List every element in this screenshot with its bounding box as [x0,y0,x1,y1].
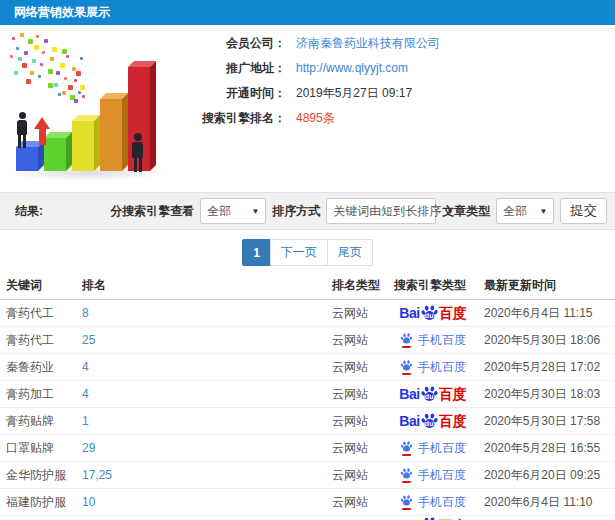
baidu-logo: Bai du 百度 [399,305,466,322]
rank-type-cell: 云网站 [332,386,382,403]
businessman-figure-right [132,133,143,172]
engine-cell: Bai du 百度 [382,516,484,520]
updated-cell: 2020年5月28日 16:55 [484,440,615,457]
updated-cell: 2020年5月30日 17:58 [484,413,615,430]
mobile-baidu-paw-icon [400,495,413,510]
engine-cell: 手机百度 [382,440,484,457]
page-button-current[interactable]: 1 [242,239,271,266]
updated-cell: 2020年6月4日 11:10 [484,494,615,511]
bar-orange [100,99,122,171]
updated-cell: 2020年6月20日 09:25 [484,467,615,484]
info-row: 搜索引擎排名： 4895条 [168,108,608,128]
table-row: 福建防护服 10 云网站 [0,489,615,516]
bar-blue [16,147,38,171]
info-row: 推广地址： http://www.qlyyjt.com [168,58,608,78]
mobile-baidu-paw-icon [400,333,413,348]
sort-label: 排序方式 [272,203,320,220]
caret-down-icon: ▼ [534,207,547,216]
table-body: 膏药代工 8 云网站 Bai du [0,300,615,520]
rank-link[interactable]: 29 [82,441,95,455]
keyword-cell: 福建防护服 [0,494,82,511]
sort-select[interactable]: 关键词由短到长排序 ▼ [326,198,436,224]
header-rank-type: 排名类型 [332,277,382,294]
info-label: 推广地址： [168,60,286,77]
header-rank: 排名 [82,277,332,294]
rank-link[interactable]: 10 [82,495,95,509]
sort-select-value: 关键词由短到长排序 [333,203,441,220]
result-label: 结果: [15,203,43,220]
page: 网络营销效果展示 [0,0,615,520]
filter-controls: 分搜索引擎查看 全部 ▼ 排序方式 关键词由短到长排序 ▼ 文章类型 全部 ▼ … [110,198,607,224]
mobile-baidu-paw-icon [400,441,413,456]
rank-link[interactable]: 4 [82,387,89,401]
info-value[interactable]: 济南秦鲁药业科技有限公司 [296,35,440,52]
table-row: 秦鲁药业 4 云网站 手机 [0,354,615,381]
engine-cell: 手机百度 [382,494,484,511]
article-type-select[interactable]: 全部 ▼ [496,198,554,224]
pagination-area: 1 下一页 尾页 [0,230,615,272]
keyword-cell: 膏药代工 [0,305,82,322]
info-value: 4895条 [296,110,335,127]
engine-cell: 手机百度 [382,359,484,376]
baidu-logo: Bai du 百度 [399,413,466,430]
mobile-baidu-logo: 手机百度 [400,359,466,376]
baidu-logo: Bai du 百度 [399,386,466,403]
rank-link[interactable]: 17,25 [82,468,112,482]
filter-bar: 结果: 分搜索引擎查看 全部 ▼ 排序方式 关键词由短到长排序 ▼ 文章类型 全… [0,192,615,230]
mobile-baidu-logo: 手机百度 [400,440,466,457]
engine-cell: Bai du 百度 [382,386,484,403]
article-type-label: 文章类型 [442,203,490,220]
keyword-cell: 金华防护服 [0,467,82,484]
engine-cell: 手机百度 [382,467,484,484]
table-header-row: 关键词 排名 排名类型 搜索引擎类型 最新更新时间 [0,272,615,300]
keyword-cell: 膏药代工 [0,332,82,349]
table-row: 膏药贴牌 1 云网站 Bai du [0,408,615,435]
rank-type-cell: 云网站 [332,359,382,376]
caret-down-icon: ▼ [246,207,259,216]
next-page-button[interactable]: 下一页 [270,239,328,266]
info-section: 会员公司： 济南秦鲁药业科技有限公司 推广地址： http://www.qlyy… [0,25,615,192]
mobile-baidu-logo: 手机百度 [400,332,466,349]
engine-cell: Bai du 百度 [382,413,484,430]
article-type-select-value: 全部 [503,203,527,220]
engine-view-label: 分搜索引擎查看 [110,203,194,220]
table-row: 膏药加工 4 云网站 Bai du [0,381,615,408]
bar-yellow [72,121,94,171]
header-engine-type: 搜索引擎类型 [382,277,484,294]
info-value[interactable]: http://www.qlyyjt.com [296,61,408,75]
rank-type-cell: 云网站 [332,413,382,430]
keyword-cell: 膏药贴牌 [0,413,82,430]
baidu-paw-icon: du [421,413,438,430]
baidu-paw-icon: du [421,386,438,403]
engine-cell: Bai du 百度 [382,305,484,322]
keyword-cell: 膏药加工 [0,386,82,403]
rank-link[interactable]: 1 [82,414,89,428]
table-row: 口罩贴牌 29 云网站 手 [0,435,615,462]
mobile-baidu-paw-icon [400,360,413,375]
updated-cell: 2020年5月30日 18:06 [484,332,615,349]
baidu-paw-icon: du [421,305,438,322]
info-label: 会员公司： [168,35,286,52]
rank-link[interactable]: 8 [82,306,89,320]
engine-cell: 手机百度 [382,332,484,349]
header-keyword: 关键词 [0,277,82,294]
rank-link[interactable]: 4 [82,360,89,374]
engine-view-select[interactable]: 全部 ▼ [200,198,266,224]
page-title: 网络营销效果展示 [14,4,110,21]
rank-type-cell: 云网站 [332,494,382,511]
updated-cell: 2020年5月28日 17:02 [484,359,615,376]
rank-link[interactable]: 25 [82,333,95,347]
last-page-button[interactable]: 尾页 [327,239,373,266]
table-row: 膏药代工 8 云网站 Bai du [0,300,615,327]
company-info-list: 会员公司： 济南秦鲁药业科技有限公司 推广地址： http://www.qlyy… [168,33,608,133]
rank-type-cell: 云网站 [332,305,382,322]
info-label: 搜索引擎排名： [168,110,286,127]
info-label: 开通时间： [168,85,286,102]
mobile-baidu-paw-icon [400,468,413,483]
up-arrow-icon [34,117,50,145]
info-row: 开通时间： 2019年5月27日 09:17 [168,83,608,103]
mobile-baidu-logo: 手机百度 [400,494,466,511]
pagination: 1 下一页 尾页 [242,239,373,266]
rank-type-cell: 云网站 [332,467,382,484]
submit-button[interactable]: 提交 [560,198,607,224]
